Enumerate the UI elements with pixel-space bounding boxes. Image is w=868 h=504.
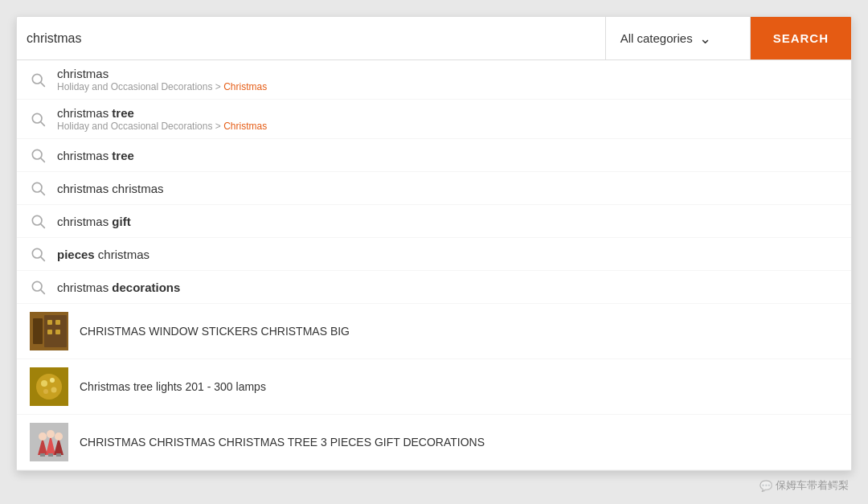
search-button[interactable]: SEARCH [751, 17, 851, 59]
suggestion-with-breadcrumb: christmas Holiday and Occasional Decorat… [57, 67, 267, 92]
breadcrumb: Holiday and Occasional Decorations > Chr… [57, 81, 267, 92]
svg-point-6 [32, 182, 42, 192]
product-thumb-img [30, 423, 68, 461]
list-item[interactable]: pieces christmas [17, 238, 851, 271]
svg-point-22 [36, 374, 62, 400]
product-thumbnail [30, 367, 68, 406]
product-thumb-img [30, 367, 68, 406]
suggestion-text: christmas [57, 67, 267, 80]
svg-point-23 [41, 380, 47, 387]
suggestion-text: christmas gift [57, 215, 131, 228]
list-item[interactable]: christmas tree Holiday and Occasional De… [17, 100, 851, 139]
search-icon [30, 147, 46, 163]
svg-rect-36 [56, 453, 61, 457]
breadcrumb-link[interactable]: Christmas [223, 81, 267, 92]
search-container: All categories ⌄ SEARCH christmas Holida… [16, 16, 852, 471]
svg-line-13 [41, 290, 44, 293]
search-input[interactable] [27, 31, 596, 46]
search-icon [30, 180, 46, 196]
product-thumbnail [30, 423, 68, 461]
svg-point-29 [39, 432, 47, 440]
search-icon [30, 111, 46, 127]
list-item[interactable]: christmas Holiday and Occasional Decorat… [17, 60, 851, 100]
svg-rect-19 [47, 330, 52, 334]
product-title: CHRISTMAS WINDOW STICKERS CHRISTMAS BIG [80, 325, 350, 338]
category-label: All categories [620, 31, 693, 45]
suggestion-text: pieces christmas [57, 248, 149, 261]
svg-rect-20 [55, 330, 60, 334]
svg-point-10 [32, 248, 42, 258]
suggestions-list: christmas Holiday and Occasional Decorat… [17, 60, 851, 304]
breadcrumb: Holiday and Occasional Decorations > Chr… [57, 121, 267, 132]
svg-rect-18 [55, 320, 60, 325]
products-section: CHRISTMAS WINDOW STICKERS CHRISTMAS BIG … [17, 304, 851, 470]
product-item[interactable]: CHRISTMAS CHRISTMAS CHRISTMAS TREE 3 PIE… [17, 415, 851, 470]
svg-line-5 [41, 158, 44, 162]
svg-point-12 [32, 281, 42, 291]
breadcrumb-link[interactable]: Christmas [223, 121, 267, 132]
search-icon [30, 213, 46, 229]
list-item[interactable]: christmas gift [17, 205, 851, 238]
svg-rect-30 [40, 453, 45, 457]
svg-point-4 [32, 150, 42, 159]
svg-point-25 [51, 387, 57, 393]
product-thumb-img [30, 312, 68, 350]
product-thumbnail [30, 312, 68, 350]
svg-point-0 [32, 74, 42, 84]
list-item[interactable]: christmas christmas [17, 172, 851, 205]
search-bar: All categories ⌄ SEARCH [17, 17, 851, 60]
page-wrapper: All categories ⌄ SEARCH christmas Holida… [0, 0, 868, 504]
svg-rect-15 [33, 318, 43, 344]
product-item[interactable]: Christmas tree lights 201 - 300 lamps [17, 359, 851, 415]
list-item[interactable]: christmas tree [17, 139, 851, 172]
product-item[interactable]: CHRISTMAS WINDOW STICKERS CHRISTMAS BIG [17, 304, 851, 359]
category-selector[interactable]: All categories ⌄ [606, 17, 751, 59]
search-icon [30, 72, 46, 88]
search-icon [30, 279, 46, 295]
suggestion-with-breadcrumb: christmas tree Holiday and Occasional De… [57, 106, 267, 132]
suggestion-text: christmas christmas [57, 182, 164, 195]
svg-point-2 [32, 113, 42, 123]
svg-point-24 [50, 378, 55, 383]
svg-line-9 [41, 224, 44, 227]
suggestion-text: christmas tree [57, 149, 134, 162]
chevron-down-icon: ⌄ [699, 30, 711, 47]
search-icon [30, 246, 46, 262]
svg-point-32 [47, 430, 55, 438]
suggestion-text: christmas tree [57, 106, 267, 120]
product-title: Christmas tree lights 201 - 300 lamps [80, 380, 266, 393]
svg-line-7 [41, 191, 44, 195]
svg-line-3 [41, 122, 44, 125]
svg-point-35 [55, 432, 63, 440]
product-title: CHRISTMAS CHRISTMAS CHRISTMAS TREE 3 PIE… [80, 436, 485, 449]
svg-line-1 [41, 83, 44, 86]
svg-rect-33 [48, 453, 53, 457]
svg-point-8 [32, 215, 42, 225]
svg-line-11 [41, 257, 44, 260]
suggestion-text: christmas decorations [57, 281, 180, 294]
search-input-wrapper[interactable] [17, 17, 606, 59]
list-item[interactable]: christmas decorations [17, 271, 851, 304]
svg-point-26 [43, 389, 48, 394]
svg-rect-17 [47, 320, 52, 325]
